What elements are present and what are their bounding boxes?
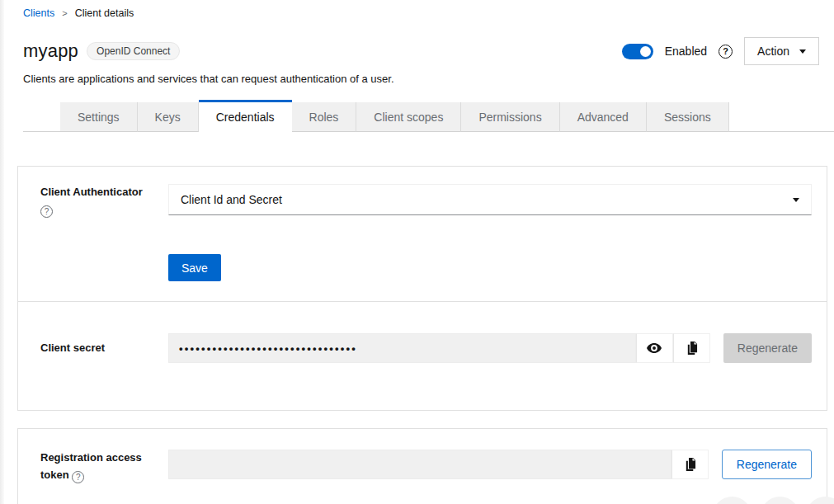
copy-token-button[interactable] (671, 450, 709, 479)
left-edge-shade (0, 0, 4, 504)
client-authenticator-selected-value: Client Id and Secret (181, 193, 282, 206)
tab-advanced[interactable]: Advanced (560, 102, 647, 132)
eye-icon (647, 342, 662, 354)
registration-token-input (168, 450, 671, 479)
credentials-card: Client Authenticator ? Client Id and Sec… (17, 166, 827, 411)
enabled-label: Enabled (665, 45, 707, 58)
registration-token-card: Registration access token ? (17, 428, 827, 504)
show-secret-button[interactable] (636, 333, 673, 363)
client-authenticator-help-icon[interactable]: ? (40, 205, 53, 218)
page-title: myapp (23, 40, 78, 62)
tab-settings[interactable]: Settings (60, 102, 138, 132)
tab-credentials[interactable]: Credentials (199, 100, 292, 132)
copy-icon (684, 458, 696, 471)
protocol-badge: OpenID Connect (87, 42, 180, 60)
registration-token-section: Registration access token ? (18, 429, 827, 504)
chevron-down-icon (799, 49, 806, 54)
client-secret-label: Client secret (40, 340, 168, 357)
client-authenticator-section: Client Authenticator ? Client Id and Sec… (18, 167, 827, 301)
tabs: Settings Keys Credentials Roles Client s… (23, 100, 821, 132)
breadcrumb-current: Client details (75, 7, 134, 19)
client-secret-input: •••••••••••••••••••••••••••••••• (168, 333, 636, 363)
toggle-knob (640, 46, 651, 57)
registration-token-label: Registration access token ? (40, 450, 148, 484)
copy-secret-button[interactable] (673, 333, 710, 363)
regenerate-secret-button: Regenerate (723, 333, 812, 363)
client-authenticator-label: Client Authenticator (40, 184, 168, 201)
tab-client-scopes[interactable]: Client scopes (356, 102, 461, 132)
action-dropdown-button[interactable]: Action (744, 37, 819, 65)
breadcrumb-link-clients[interactable]: Clients (23, 7, 54, 19)
save-button[interactable]: Save (168, 254, 221, 281)
tab-permissions[interactable]: Permissions (461, 102, 559, 132)
title-row: myapp OpenID Connect Enabled ? Action (23, 37, 821, 65)
page-description: Clients are applications and services th… (23, 73, 821, 85)
registration-token-help-icon[interactable]: ? (72, 471, 84, 483)
client-secret-input-group: •••••••••••••••••••••••••••••••• (168, 333, 710, 363)
tab-keys[interactable]: Keys (138, 102, 199, 132)
client-secret-masked-value: •••••••••••••••••••••••••••••••• (179, 342, 357, 355)
breadcrumb-separator: > (62, 8, 67, 18)
enabled-toggle[interactable] (622, 44, 653, 59)
client-secret-section: Client secret ••••••••••••••••••••••••••… (18, 302, 827, 410)
breadcrumb: Clients > Client details (23, 7, 821, 19)
registration-token-label-text: Registration access token (40, 451, 142, 481)
tab-sessions[interactable]: Sessions (647, 102, 729, 132)
copy-icon (686, 341, 698, 355)
select-caret-icon (793, 198, 799, 202)
client-authenticator-select[interactable]: Client Id and Secret (168, 184, 812, 215)
tab-roles[interactable]: Roles (292, 102, 357, 132)
cards-container: Client Authenticator ? Client Id and Sec… (0, 132, 834, 504)
action-label: Action (757, 45, 789, 58)
regenerate-token-button[interactable]: Regenerate (722, 450, 812, 479)
help-icon[interactable]: ? (719, 45, 733, 59)
page-header: Clients > Client details myapp OpenID Co… (0, 0, 834, 132)
registration-token-input-group (168, 450, 709, 479)
